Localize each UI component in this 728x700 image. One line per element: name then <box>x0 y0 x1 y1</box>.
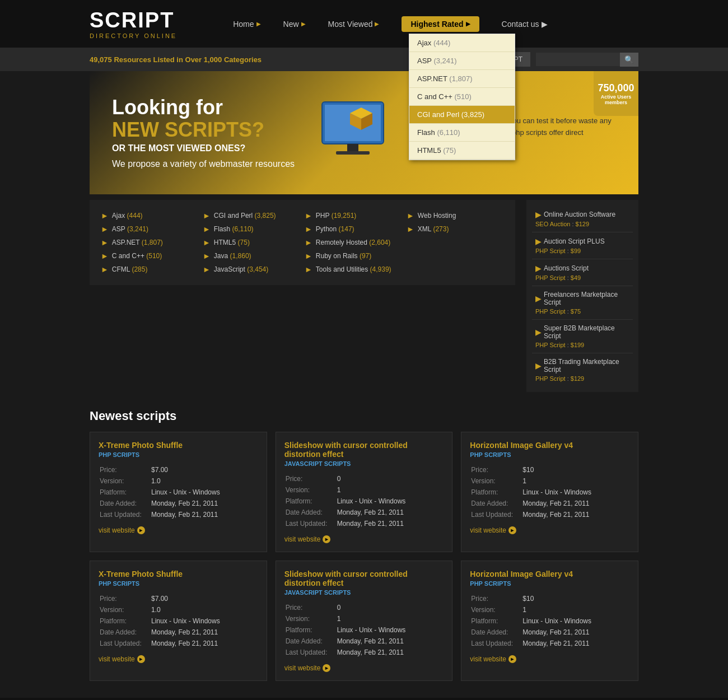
sidebar-item-subtitle: SEO Auction : $129 <box>535 221 629 227</box>
category-item[interactable]: ►Ajax (444) <box>101 211 198 220</box>
dropdown-item[interactable]: CGI and Perl (3,825) <box>409 106 515 124</box>
visit-arrow-icon: ► <box>137 526 145 534</box>
category-arrow-icon: ► <box>101 265 109 274</box>
category-link[interactable]: Java (1,860) <box>214 252 251 260</box>
sidebar-item-subtitle: PHP Script : $129 <box>535 375 629 382</box>
category-item[interactable]: ►Web Hosting <box>407 211 504 220</box>
category-link[interactable]: Python (147) <box>316 225 354 233</box>
script-type: PHP SCRIPTS <box>99 580 258 587</box>
script-name[interactable]: X-Treme Photo Shuffle <box>99 570 258 578</box>
category-item[interactable]: ►XML (273) <box>407 225 504 234</box>
category-item[interactable]: ►Python (147) <box>305 225 402 234</box>
category-item[interactable]: ►HTML5 (75) <box>203 238 300 247</box>
nav-most-viewed[interactable]: Most Viewed ▶ <box>328 20 380 29</box>
category-link[interactable]: JavaScript (3,454) <box>214 265 268 273</box>
newest-heading: Newest scripts <box>90 409 638 423</box>
nav-home[interactable]: Home ▶ <box>233 20 260 29</box>
category-item[interactable]: ►ASP (3,241) <box>101 225 198 234</box>
script-card: X-Treme Photo Shuffle PHP SCRIPTS Price:… <box>90 432 267 552</box>
dropdown-item[interactable]: ASP.NET (1,807) <box>409 70 515 88</box>
sidebar-item-title[interactable]: ▶ Freelancers Marketplace Script <box>535 291 629 306</box>
visit-website-link[interactable]: visit website ► <box>470 655 516 663</box>
main-content: ►Ajax (444)►CGI and Perl (3,825)►PHP (19… <box>90 194 638 398</box>
dropdown-item[interactable]: Flash (6,110) <box>409 124 515 142</box>
category-link[interactable]: Ruby on Rails (97) <box>316 252 371 260</box>
sidebar-item-title[interactable]: ▶ Super B2B Marketplace Script <box>535 324 629 340</box>
script-type: PHP SCRIPTS <box>470 580 629 587</box>
category-arrow-icon: ► <box>101 251 109 260</box>
dropdown-item[interactable]: ASP (3,241) <box>409 52 515 70</box>
visit-website-link[interactable]: visit website ► <box>284 535 331 543</box>
visit-website-link[interactable]: visit website ► <box>284 664 331 672</box>
sidebar: ▶ Online Auction Software SEO Auction : … <box>526 200 638 392</box>
category-arrow-icon: ► <box>203 251 211 260</box>
sidebar-item-subtitle: PHP Script : $99 <box>535 248 629 254</box>
visit-website-link[interactable]: visit website ► <box>470 526 516 534</box>
sidebar-item-title[interactable]: ▶ B2B Trading Marketplace Script <box>535 358 629 374</box>
category-item[interactable]: ►CGI and Perl (3,825) <box>203 211 300 220</box>
category-link[interactable]: Web Hosting <box>418 212 456 220</box>
sidebar-script-item: ▶ Auction Script PLUS PHP Script : $99 <box>532 232 633 259</box>
category-item[interactable]: ►ASP.NET (1,807) <box>101 238 198 247</box>
category-item[interactable]: ►PHP (19,251) <box>305 211 402 220</box>
script-details: Price:$10 Version:1 Platform:Linux - Uni… <box>470 592 629 650</box>
visit-website-link[interactable]: visit website ► <box>99 655 145 663</box>
category-link[interactable]: C and C++ (510) <box>112 252 162 260</box>
category-arrow-icon: ► <box>203 225 211 234</box>
svg-rect-3 <box>336 151 370 155</box>
category-item[interactable]: ►Tools and Utilities (4,939) <box>305 265 402 274</box>
category-link[interactable]: XML (273) <box>418 225 449 233</box>
script-card: Slideshow with cursor controlled distort… <box>276 432 453 552</box>
category-link[interactable]: ASP (3,241) <box>112 225 148 233</box>
categories-grid: ►Ajax (444)►CGI and Perl (3,825)►PHP (19… <box>90 200 515 285</box>
category-link[interactable]: Remotely Hosted (2,604) <box>316 239 390 246</box>
search-input[interactable] <box>536 53 620 66</box>
category-item[interactable]: ►Remotely Hosted (2,604) <box>305 238 402 247</box>
sidebar-item-title[interactable]: ▶ Auctions Script <box>535 264 629 273</box>
sidebar-item-subtitle: PHP Script : $199 <box>535 342 629 348</box>
dropdown-item[interactable]: C and C++ (510) <box>409 88 515 106</box>
script-card: Horizontal Image Gallery v4 PHP SCRIPTS … <box>461 432 638 552</box>
category-item <box>407 251 504 260</box>
category-link[interactable]: Tools and Utilities (4,939) <box>316 265 391 273</box>
sidebar-item-title[interactable]: ▶ Online Auction Software <box>535 210 629 219</box>
category-link[interactable]: ASP.NET (1,807) <box>112 239 163 246</box>
category-arrow-icon: ► <box>305 225 312 234</box>
category-link[interactable]: Ajax (444) <box>112 212 143 220</box>
script-name[interactable]: Horizontal Image Gallery v4 <box>470 441 629 450</box>
category-arrow-icon: ► <box>305 265 312 274</box>
category-link[interactable]: Flash (6,110) <box>214 225 254 233</box>
nav-new[interactable]: New ▶ <box>283 20 306 29</box>
script-name[interactable]: Horizontal Image Gallery v4 <box>470 570 629 578</box>
category-link[interactable]: CGI and Perl (3,825) <box>214 212 276 220</box>
category-item[interactable]: ►CFML (285) <box>101 265 198 274</box>
bullet-icon: ▶ <box>535 237 542 246</box>
nav-highest-rated[interactable]: Highest Rated ▶ <box>402 16 479 32</box>
category-item[interactable]: ►Ruby on Rails (97) <box>305 251 402 260</box>
category-item[interactable]: ►JavaScript (3,454) <box>203 265 300 274</box>
script-name[interactable]: Slideshow with cursor controlled distort… <box>284 570 444 587</box>
category-link[interactable]: PHP (19,251) <box>316 212 357 220</box>
sidebar-item-title[interactable]: ▶ Auction Script PLUS <box>535 237 629 246</box>
category-item[interactable]: ►Flash (6,110) <box>203 225 300 234</box>
category-arrow-icon: ► <box>407 211 414 220</box>
category-item[interactable]: ►Java (1,860) <box>203 251 300 260</box>
header: SCRIPT DIRECTORY ONLINE Home ▶ New ▶ Mos… <box>0 0 728 48</box>
script-details: Price:0 Version:1 Platform:Linux - Unix … <box>284 601 444 659</box>
search-button[interactable]: 🔍 <box>620 53 638 67</box>
category-item[interactable]: ►C and C++ (510) <box>101 251 198 260</box>
highest-rated-arrow-icon: ▶ <box>466 21 470 27</box>
script-name[interactable]: Slideshow with cursor controlled distort… <box>284 441 444 459</box>
category-link[interactable]: CFML (285) <box>112 265 148 273</box>
bullet-icon: ▶ <box>535 361 542 370</box>
dropdown-item[interactable]: Ajax (444) <box>409 34 515 52</box>
script-name[interactable]: X-Treme Photo Shuffle <box>99 441 258 450</box>
category-link[interactable]: HTML5 (75) <box>214 239 250 246</box>
visit-website-link[interactable]: visit website ► <box>99 526 145 534</box>
category-arrow-icon: ► <box>407 225 414 234</box>
logo-script: SCRIPT <box>90 8 177 32</box>
dropdown-item[interactable]: HTML5 (75) <box>409 142 515 160</box>
sidebar-item-subtitle: PHP Script : $75 <box>535 308 629 315</box>
script-details: Price:$7.00 Version:1.0 Platform:Linux -… <box>99 592 258 650</box>
nav-contact[interactable]: Contact us ▶ <box>502 20 548 29</box>
